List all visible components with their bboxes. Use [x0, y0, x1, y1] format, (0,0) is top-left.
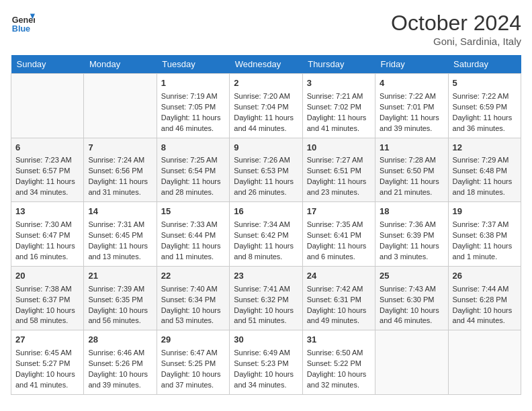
daylight-text: Daylight: 10 hours and 34 minutes. — [234, 369, 298, 391]
calendar-cell: 14Sunrise: 7:31 AMSunset: 6:45 PMDayligh… — [84, 202, 157, 267]
day-number: 10 — [307, 142, 371, 154]
sunset-text: Sunset: 5:27 PM — [15, 359, 79, 369]
calendar-cell: 26Sunrise: 7:44 AMSunset: 6:28 PMDayligh… — [448, 266, 521, 330]
sunset-text: Sunset: 6:47 PM — [15, 230, 79, 241]
calendar-cell: 9Sunrise: 7:26 AMSunset: 6:53 PMDaylight… — [230, 138, 302, 202]
sunset-text: Sunset: 6:30 PM — [380, 295, 443, 306]
day-number: 15 — [161, 205, 225, 218]
day-number: 4 — [380, 77, 443, 90]
daylight-text: Daylight: 10 hours and 58 minutes. — [15, 306, 79, 327]
sunset-text: Sunset: 7:01 PM — [380, 102, 443, 113]
sunset-text: Sunset: 5:23 PM — [234, 359, 298, 369]
daylight-text: Daylight: 11 hours and 39 minutes. — [380, 113, 443, 134]
day-number: 3 — [307, 77, 371, 90]
sunset-text: Sunset: 6:32 PM — [234, 295, 298, 306]
sunrise-text: Sunrise: 7:37 AM — [453, 220, 517, 230]
day-number: 17 — [307, 205, 371, 218]
day-number: 7 — [88, 142, 152, 154]
sunset-text: Sunset: 7:05 PM — [161, 102, 225, 113]
daylight-text: Daylight: 10 hours and 44 minutes. — [453, 306, 517, 327]
calendar-cell: 4Sunrise: 7:22 AMSunset: 7:01 PMDaylight… — [375, 74, 448, 138]
calendar-cell: 25Sunrise: 7:43 AMSunset: 6:30 PMDayligh… — [375, 266, 448, 330]
sunset-text: Sunset: 6:44 PM — [161, 230, 225, 241]
calendar-cell: 1Sunrise: 7:19 AMSunset: 7:05 PMDaylight… — [157, 74, 229, 138]
page-header: General Blue October 2024 Goni, Sardinia… — [11, 11, 521, 47]
day-number: 6 — [15, 142, 79, 154]
sunrise-text: Sunrise: 7:23 AM — [15, 155, 79, 166]
day-number: 21 — [88, 270, 152, 283]
title-block: October 2024 Goni, Sardinia, Italy — [391, 11, 521, 47]
sunset-text: Sunset: 5:25 PM — [161, 359, 225, 369]
calendar-cell: 7Sunrise: 7:24 AMSunset: 6:56 PMDaylight… — [84, 138, 157, 202]
month-title: October 2024 — [391, 11, 521, 36]
calendar-cell: 15Sunrise: 7:33 AMSunset: 6:44 PMDayligh… — [157, 202, 229, 267]
daylight-text: Daylight: 11 hours and 36 minutes. — [453, 113, 517, 134]
calendar-cell: 10Sunrise: 7:27 AMSunset: 6:51 PMDayligh… — [302, 138, 375, 202]
calendar-cell: 22Sunrise: 7:40 AMSunset: 6:34 PMDayligh… — [157, 266, 229, 330]
calendar-cell — [11, 74, 84, 138]
sunrise-text: Sunrise: 7:26 AM — [234, 155, 298, 166]
sunrise-text: Sunrise: 7:43 AM — [380, 284, 443, 295]
calendar-cell: 5Sunrise: 7:22 AMSunset: 6:59 PMDaylight… — [448, 74, 521, 138]
daylight-text: Daylight: 11 hours and 34 minutes. — [15, 177, 79, 198]
daylight-text: Daylight: 11 hours and 31 minutes. — [88, 177, 152, 198]
calendar-cell: 3Sunrise: 7:21 AMSunset: 7:02 PMDaylight… — [302, 74, 375, 138]
calendar-cell: 20Sunrise: 7:38 AMSunset: 6:37 PMDayligh… — [11, 266, 84, 330]
daylight-text: Daylight: 10 hours and 41 minutes. — [15, 369, 79, 391]
calendar-table: SundayMondayTuesdayWednesdayThursdayFrid… — [11, 55, 521, 395]
day-number: 5 — [453, 77, 517, 90]
sunset-text: Sunset: 6:45 PM — [88, 230, 152, 241]
calendar-cell: 31Sunrise: 6:50 AMSunset: 5:22 PMDayligh… — [302, 330, 375, 395]
calendar-cell: 18Sunrise: 7:36 AMSunset: 6:39 PMDayligh… — [375, 202, 448, 267]
daylight-text: Daylight: 10 hours and 32 minutes. — [307, 369, 371, 391]
sunrise-text: Sunrise: 7:40 AM — [161, 284, 225, 295]
sunrise-text: Sunrise: 7:31 AM — [88, 220, 152, 230]
day-number: 31 — [307, 334, 371, 347]
daylight-text: Daylight: 11 hours and 28 minutes. — [161, 177, 225, 198]
sunrise-text: Sunrise: 6:47 AM — [161, 348, 225, 359]
sunrise-text: Sunrise: 6:46 AM — [88, 348, 152, 359]
calendar-cell: 29Sunrise: 6:47 AMSunset: 5:25 PMDayligh… — [157, 330, 229, 395]
sunrise-text: Sunrise: 7:28 AM — [380, 155, 443, 166]
day-number: 29 — [161, 334, 225, 347]
day-number: 25 — [380, 270, 443, 283]
day-number: 11 — [380, 142, 443, 154]
daylight-text: Daylight: 10 hours and 39 minutes. — [88, 369, 152, 391]
logo: General Blue — [11, 11, 35, 35]
calendar-cell — [448, 330, 521, 395]
calendar-cell: 19Sunrise: 7:37 AMSunset: 6:38 PMDayligh… — [448, 202, 521, 267]
daylight-text: Daylight: 11 hours and 21 minutes. — [380, 177, 443, 198]
calendar-cell: 28Sunrise: 6:46 AMSunset: 5:26 PMDayligh… — [84, 330, 157, 395]
daylight-text: Daylight: 11 hours and 46 minutes. — [161, 113, 225, 134]
daylight-text: Daylight: 11 hours and 3 minutes. — [380, 241, 443, 263]
day-number: 26 — [453, 270, 517, 283]
sunset-text: Sunset: 5:26 PM — [88, 359, 152, 369]
calendar-cell: 21Sunrise: 7:39 AMSunset: 6:35 PMDayligh… — [84, 266, 157, 330]
daylight-text: Daylight: 10 hours and 53 minutes. — [161, 306, 225, 327]
day-of-week-header: Tuesday — [157, 55, 229, 74]
sunset-text: Sunset: 6:35 PM — [88, 295, 152, 306]
sunrise-text: Sunrise: 7:42 AM — [307, 284, 371, 295]
sunset-text: Sunset: 6:56 PM — [88, 166, 152, 177]
sunrise-text: Sunrise: 7:22 AM — [453, 91, 517, 102]
sunrise-text: Sunrise: 7:41 AM — [234, 284, 298, 295]
logo-icon: General Blue — [11, 11, 35, 35]
daylight-text: Daylight: 11 hours and 18 minutes. — [453, 177, 517, 198]
calendar-cell: 23Sunrise: 7:41 AMSunset: 6:32 PMDayligh… — [230, 266, 302, 330]
day-number: 18 — [380, 205, 443, 218]
sunrise-text: Sunrise: 7:30 AM — [15, 220, 79, 230]
day-number: 16 — [234, 205, 298, 218]
day-number: 30 — [234, 334, 298, 347]
day-of-week-header: Wednesday — [230, 55, 302, 74]
sunrise-text: Sunrise: 6:49 AM — [234, 348, 298, 359]
sunrise-text: Sunrise: 7:35 AM — [307, 220, 371, 230]
daylight-text: Daylight: 10 hours and 56 minutes. — [88, 306, 152, 327]
sunrise-text: Sunrise: 7:33 AM — [161, 220, 225, 230]
sunset-text: Sunset: 6:50 PM — [380, 166, 443, 177]
sunset-text: Sunset: 6:42 PM — [234, 230, 298, 241]
calendar-cell: 17Sunrise: 7:35 AMSunset: 6:41 PMDayligh… — [302, 202, 375, 267]
day-of-week-header: Saturday — [448, 55, 521, 74]
daylight-text: Daylight: 11 hours and 16 minutes. — [15, 241, 79, 263]
day-number: 14 — [88, 205, 152, 218]
day-of-week-header: Friday — [375, 55, 448, 74]
